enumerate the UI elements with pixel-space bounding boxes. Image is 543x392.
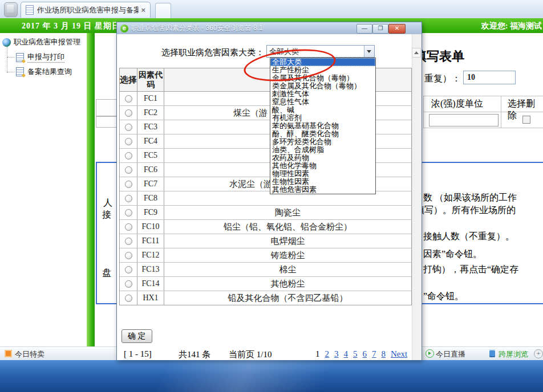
- pagination-pages: 1 2 3 4 5 6 7 8 Next: [315, 349, 407, 359]
- dropdown-option[interactable]: 苯的氨基硝基化合物: [270, 122, 375, 130]
- tree-line: [7, 57, 15, 58]
- factor-code: FC14: [137, 277, 164, 291]
- radio-button[interactable]: [125, 238, 132, 245]
- radio-button[interactable]: [125, 252, 132, 259]
- background-table-border: [501, 96, 501, 128]
- page-link[interactable]: 6: [363, 349, 367, 359]
- background-instruction-line: 数 （如果该场所的工作: [423, 192, 517, 204]
- radio-button[interactable]: [125, 223, 132, 231]
- speed-plus-icon[interactable]: +: [534, 349, 543, 358]
- page-number-current: 1: [315, 349, 320, 359]
- radio-button[interactable]: [125, 209, 132, 217]
- scroll-up-arrow-icon[interactable]: [412, 48, 421, 58]
- dropdown-option[interactable]: 类金属及其化合物（毒物）: [270, 82, 375, 90]
- radio-button[interactable]: [125, 109, 132, 117]
- new-tab-button[interactable]: [155, 3, 171, 19]
- dropdown-option[interactable]: 窒息性气体: [270, 98, 375, 106]
- radio-button[interactable]: [125, 95, 132, 103]
- dialog-scrollbar[interactable]: [412, 34, 422, 360]
- background-col-unit: 浓(强)度单位: [431, 98, 483, 110]
- factor-code: FC4: [137, 134, 164, 148]
- background-count-input[interactable]: [463, 71, 516, 84]
- dropdown-option[interactable]: 农药及药物: [270, 154, 375, 162]
- globe-icon: [2, 38, 11, 47]
- radio-button[interactable]: [125, 181, 132, 188]
- dropdown-option[interactable]: 其他危害因素: [270, 186, 375, 194]
- background-instruction-line: 接触人数（不重复）。: [423, 231, 514, 243]
- category-select-label: 选择职业病危害因素大类：: [140, 47, 264, 58]
- sidebar-item-declare-print[interactable]: 申报与打印: [16, 52, 64, 63]
- background-instruction-line: 打钩），再点击“确定存: [423, 264, 518, 276]
- factor-code: FC9: [137, 206, 164, 219]
- deals-label[interactable]: 今日特卖: [15, 349, 44, 360]
- browser-app-icon[interactable]: [4, 2, 18, 17]
- table-row: FC9陶瓷尘: [120, 206, 411, 220]
- tab-close-icon[interactable]: ×: [141, 6, 145, 14]
- factor-code: FC6: [137, 163, 164, 177]
- table-row: FC14其他粉尘: [120, 277, 411, 291]
- active-tab[interactable]: 作业场所职业病危害申报与备案 ×: [21, 2, 151, 18]
- radio-button[interactable]: [125, 195, 132, 202]
- page-link[interactable]: 7: [372, 349, 376, 359]
- cross-screen-label[interactable]: 跨屏浏览: [499, 349, 528, 360]
- radio-button[interactable]: [125, 295, 132, 302]
- page-link[interactable]: 5: [353, 349, 358, 359]
- page-link[interactable]: 2: [325, 349, 330, 359]
- live-label[interactable]: 今日直播: [436, 349, 465, 360]
- next-page-link[interactable]: Next: [391, 349, 407, 359]
- chevron-down-icon[interactable]: [364, 46, 374, 57]
- pagination-bar: [ 1 - 15] 共141 条 当前页 1/10 1 2 3 4 5 6 7 …: [117, 349, 411, 360]
- header-code: 因素代码: [137, 68, 164, 91]
- background-instruction-line: 因素”命令钮。: [423, 248, 482, 260]
- sidebar-root-item[interactable]: 职业病危害申报管理: [2, 37, 80, 47]
- screen: 作业场所职业病危害申报与备案 × 2017 年 3 月 19 日 星期日 欢迎您…: [0, 0, 543, 392]
- confirm-button[interactable]: 确 定: [121, 329, 152, 343]
- 360-browser-icon: e: [120, 24, 128, 32]
- minimize-button[interactable]: —: [356, 24, 372, 34]
- dropdown-option[interactable]: 油类、合成树脂: [270, 146, 375, 154]
- sidebar-item-record-query[interactable]: 备案结果查询: [16, 67, 72, 77]
- background-fragment: 接: [102, 209, 111, 221]
- dropdown-option[interactable]: 多环芳烃类化合物: [270, 138, 375, 146]
- factor-name: 铸造粉尘: [164, 248, 411, 262]
- dropdown-option[interactable]: 其他化学毒物: [270, 162, 375, 170]
- page-link[interactable]: 8: [382, 349, 386, 359]
- dropdown-option[interactable]: 酸、碱: [270, 106, 375, 114]
- table-row: FC11电焊烟尘: [120, 234, 411, 248]
- factor-code: FC11: [137, 234, 164, 248]
- live-play-icon: [426, 349, 434, 358]
- factor-code: HX1: [137, 291, 164, 305]
- factor-code: FC2: [137, 106, 164, 120]
- background-instruction-line: 填写）。所有作业场所的: [415, 205, 516, 217]
- background-table-border: [423, 96, 543, 96]
- factor-name: 铝尘（铝、氧化铝、铝合金粉尘）: [164, 220, 411, 234]
- sidebar-divider-bar: [87, 33, 95, 346]
- page-link[interactable]: 3: [334, 349, 339, 359]
- radio-button[interactable]: [125, 138, 132, 145]
- close-button[interactable]: ✕: [388, 24, 406, 34]
- radio-button[interactable]: [125, 152, 132, 160]
- welcome-text: 欢迎您: 福海测试: [481, 21, 542, 31]
- dialog-body: 选择职业病危害因素大类： 全部大类 选择 因素代码 因素名称 FC1 FC2煤尘…: [117, 34, 422, 360]
- maximize-button[interactable]: ❐: [372, 24, 388, 34]
- dropdown-option[interactable]: 酚、醇、醚类化合物: [270, 130, 375, 138]
- dropdown-option[interactable]: 刺激性气体: [270, 90, 375, 98]
- background-delete-checkbox[interactable]: [522, 116, 530, 124]
- background-table-border: [423, 128, 543, 128]
- page-link[interactable]: 4: [344, 349, 349, 359]
- radio-button[interactable]: [125, 166, 132, 174]
- table-row: FC12铸造粉尘: [120, 248, 411, 263]
- phone-icon: [489, 349, 495, 357]
- dropdown-option[interactable]: 物理性因素: [270, 170, 375, 178]
- factor-name: 陶瓷尘: [164, 206, 411, 219]
- factor-name: 其他粉尘: [164, 277, 411, 291]
- dropdown-option[interactable]: 有机溶剂: [270, 114, 375, 122]
- dropdown-option[interactable]: 生物性因素: [270, 178, 375, 186]
- radio-button[interactable]: [125, 266, 132, 273]
- radio-button[interactable]: [125, 124, 132, 131]
- browser-tab-bar: 作业场所职业病危害申报与备案 ×: [0, 0, 543, 18]
- dialog-title-bar[interactable]: e 职业病危害因素分类表 - 360安全浏览器 8.1 — ❐ ✕: [117, 22, 422, 34]
- factor-name: 电焊烟尘: [164, 234, 411, 248]
- radio-button[interactable]: [125, 280, 132, 288]
- background-unit-input[interactable]: [429, 114, 499, 126]
